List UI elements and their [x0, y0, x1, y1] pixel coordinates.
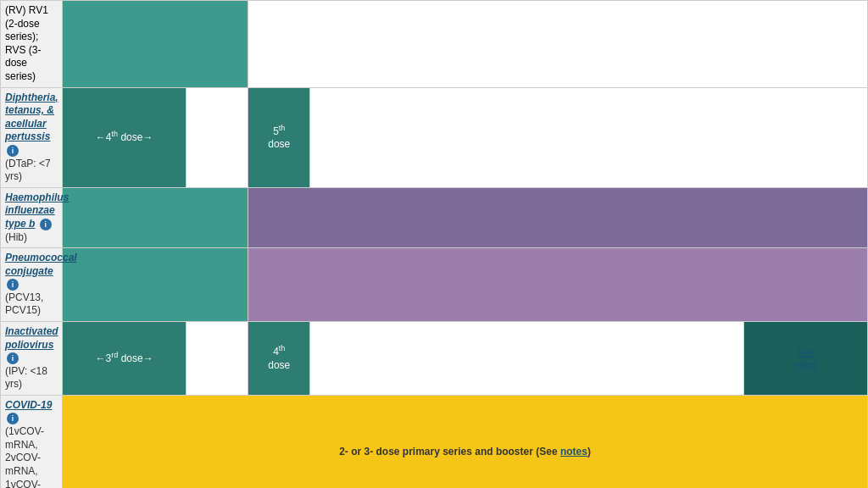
ipv-link[interactable]: Inactivated poliovirus	[5, 325, 58, 351]
row-hib: Haemophilus influenzae type b i (Hib)	[1, 187, 868, 247]
ipv-info-icon[interactable]: i	[7, 352, 19, 364]
dtap-empty2	[310, 87, 868, 187]
vaccine-ipv: Inactivated poliovirus i (IPV: <18 yrs)	[1, 322, 63, 396]
dtap-4th-dose-label: ←4th dose→	[96, 131, 153, 143]
hib-late	[248, 187, 868, 247]
vaccine-pcv: Pneumococcal conjugate i (PCV13, PCV15)	[1, 248, 63, 322]
row-pcv: Pneumococcal conjugate i (PCV13, PCV15)	[1, 248, 868, 322]
ipv-notes: Seenotes	[743, 322, 867, 396]
ipv-notes-link[interactable]: Seenotes	[794, 347, 817, 369]
dtap-empty1	[186, 87, 248, 187]
pcv-early	[63, 248, 248, 322]
vaccine-rv-text: (RV) RV1 (2-dose series); RVS (3-dose se…	[5, 4, 48, 82]
dtap-link[interactable]: Diphtheria, tetanus, & acellular pertuss…	[5, 92, 58, 143]
pcv-info-icon[interactable]: i	[7, 279, 19, 291]
row-covid: COVID-19 i (1vCOV-mRNA, 2vCOV-mRNA, 1vCO…	[1, 396, 868, 488]
covid-span: 2- or 3- dose primary series and booster…	[63, 396, 868, 488]
covid-notes-link[interactable]: notes	[560, 446, 587, 458]
covid-info-icon[interactable]: i	[7, 413, 19, 424]
covid-sub: (1vCOV-mRNA, 2vCOV-mRNA, 1vCOV-aPS)	[5, 425, 44, 488]
row-dtap: Diphtheria, tetanus, & acellular pertuss…	[1, 87, 868, 187]
dtap-4th-dose: ←4th dose→	[63, 87, 186, 187]
rv-empty	[248, 1, 868, 88]
hib-sub: (Hib)	[5, 231, 27, 243]
vaccine-covid: COVID-19 i (1vCOV-mRNA, 2vCOV-mRNA, 1vCO…	[1, 396, 63, 488]
ipv-3rd-label: ←3rd dose→	[96, 352, 153, 364]
rv-dose-range	[63, 1, 248, 88]
row-ipv: Inactivated poliovirus i (IPV: <18 yrs) …	[1, 322, 868, 396]
pcv-sub: (PCV13, PCV15)	[5, 291, 43, 317]
covid-dose-text: 2- or 3- dose primary series and booster…	[339, 446, 591, 458]
ipv-empty2	[310, 322, 743, 396]
pcv-late	[248, 248, 868, 322]
row-rv: (RV) RV1 (2-dose series); RVS (3-dose se…	[1, 1, 868, 88]
vaccine-rv: (RV) RV1 (2-dose series); RVS (3-dose se…	[1, 1, 63, 88]
ipv-4th-dose: 4thdose	[248, 322, 310, 396]
ipv-3rd-dose: ←3rd dose→	[63, 322, 186, 396]
ipv-empty1	[186, 322, 248, 396]
dtap-sub: (DTaP: <7 yrs)	[5, 158, 51, 183]
dtap-info-icon[interactable]: i	[7, 145, 19, 157]
hib-link[interactable]: Haemophilus influenzae type b	[5, 191, 69, 230]
ipv-sub: (IPV: <18 yrs)	[5, 365, 47, 391]
vaccine-hib: Haemophilus influenzae type b i (Hib)	[1, 187, 63, 247]
hib-info-icon[interactable]: i	[40, 219, 52, 230]
covid-link[interactable]: COVID-19	[5, 399, 52, 411]
vaccine-dtap: Diphtheria, tetanus, & acellular pertuss…	[1, 87, 63, 187]
hib-early-doses	[63, 187, 248, 247]
dtap-5th-dose: 5thdose	[248, 87, 310, 187]
